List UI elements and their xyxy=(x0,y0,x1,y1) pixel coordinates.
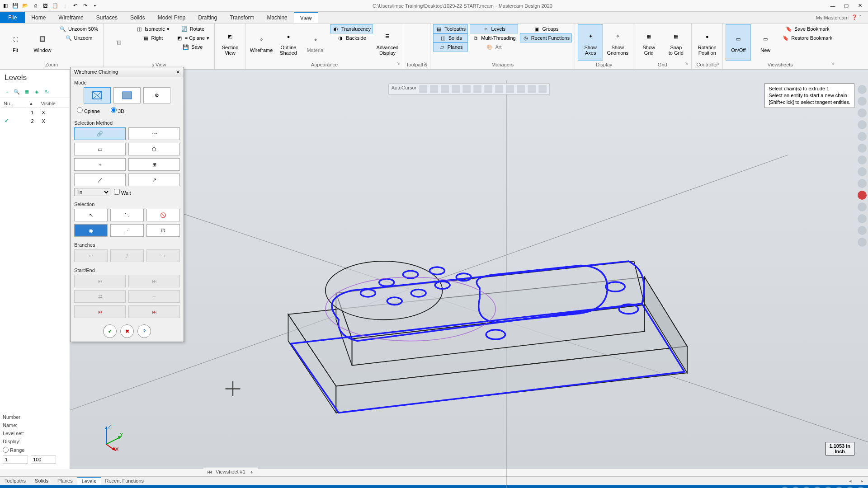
cplane-button[interactable]: ◩= Cplane ▾ xyxy=(174,33,212,42)
collapse-ribbon-icon[interactable]: ˄ xyxy=(859,14,862,20)
help-icon[interactable]: ❓ xyxy=(851,14,858,20)
planes-manager-toggle[interactable]: ▱Planes xyxy=(433,42,468,52)
rotation-position-button[interactable]: ●Rotation Position xyxy=(694,24,720,61)
close-icon[interactable]: ✕ xyxy=(176,69,180,75)
line-method-button[interactable]: ／ xyxy=(74,174,126,186)
partial-method-button[interactable]: 〰 xyxy=(128,127,180,140)
viewsheet-onoff-button[interactable]: ▭On/Off xyxy=(726,24,751,61)
unzoom-button[interactable]: 🔍Unzoom xyxy=(57,33,100,42)
close-button[interactable]: ✕ xyxy=(854,1,866,10)
unzoom50-button[interactable]: 🔍Unzoom 50% xyxy=(57,24,100,33)
window-zoom-button[interactable]: 🔲Window xyxy=(30,24,55,61)
levels-manager-toggle[interactable]: ≡Levels xyxy=(470,24,518,33)
gutter-icon[interactable] xyxy=(858,85,867,94)
options-button[interactable]: ⋰ xyxy=(110,224,144,237)
table-row[interactable]: ✔2X xyxy=(1,117,69,125)
save-icon[interactable]: 💾 xyxy=(12,2,19,9)
3d-radio[interactable]: 3D xyxy=(111,107,124,114)
btab-toolpaths[interactable]: Toolpaths xyxy=(0,477,30,484)
range-to-input[interactable] xyxy=(31,455,56,464)
show-grid-button[interactable]: ▦Show Grid xyxy=(636,24,661,61)
tab-machine[interactable]: Machine xyxy=(260,12,293,23)
tab-home[interactable]: Home xyxy=(25,12,52,23)
stack-icon[interactable]: ◈ xyxy=(33,88,41,96)
col-visible[interactable]: Visible xyxy=(38,99,69,108)
sync-button[interactable]: ◉ xyxy=(74,224,108,237)
add-level-icon[interactable]: ＋ xyxy=(3,88,11,96)
ok-button[interactable]: ✔ xyxy=(103,324,117,338)
multithreading-toggle[interactable]: ⧉Multi-Threading xyxy=(470,33,518,42)
qat-dropdown-icon[interactable]: ▾ xyxy=(91,2,99,9)
section-view-button[interactable]: ◩Section View xyxy=(217,24,243,61)
viewsheet-add-icon[interactable]: ＋ xyxy=(249,469,254,475)
redo-icon[interactable]: ↷ xyxy=(81,2,89,9)
isometric-button[interactable]: ◫Isometric ▾ xyxy=(133,24,172,33)
col-num[interactable]: Nu… xyxy=(1,99,26,108)
viewport[interactable]: AutoCursor Select chain(s) to extrude 1 … xyxy=(70,70,868,469)
screenshot-icon[interactable]: 🖼 xyxy=(42,2,49,9)
range-radio[interactable] xyxy=(3,447,9,453)
chain-method-button[interactable]: 🔗 xyxy=(74,127,126,140)
tab-surfaces[interactable]: Surfaces xyxy=(90,12,124,23)
toolpaths-manager-toggle[interactable]: ▤Toolpaths xyxy=(433,24,468,33)
solids-manager-toggle[interactable]: ◫Solids xyxy=(433,33,468,42)
mode-settings-button[interactable]: ⚙ xyxy=(143,87,170,103)
unselect-button[interactable]: 🚫 xyxy=(146,209,180,221)
translucency-toggle[interactable]: ◐Translucency xyxy=(330,24,373,33)
single-boxplus-button[interactable]: ⊞ xyxy=(128,158,180,171)
tab-solids[interactable]: Solids xyxy=(124,12,151,23)
pick-button[interactable]: ↖ xyxy=(74,209,108,221)
undo-icon[interactable]: ↶ xyxy=(71,2,79,9)
tab-wireframe[interactable]: Wireframe xyxy=(52,12,90,23)
range-from-input[interactable] xyxy=(3,455,28,464)
help-button[interactable]: ? xyxy=(137,324,151,338)
appearance-launcher[interactable]: ↘ xyxy=(396,61,400,66)
show-axes-button[interactable]: ✦Show Axes xyxy=(578,24,603,61)
save-bookmark-button[interactable]: 🔖Save Bookmark xyxy=(780,24,835,33)
material-button[interactable]: ●Material xyxy=(303,24,328,61)
cplane-radio[interactable]: Cplane xyxy=(77,107,100,114)
right-view-button[interactable]: ▦Right xyxy=(133,33,172,42)
tab-view[interactable]: View xyxy=(294,12,318,23)
viewsheet-tab[interactable]: Viewsheet #1 xyxy=(216,469,245,474)
single-plus-button[interactable]: ＋ xyxy=(74,158,126,171)
save-view-button[interactable]: 💾Save xyxy=(174,42,212,52)
mode-wireframe-button[interactable] xyxy=(84,87,111,103)
mode-solid-button[interactable] xyxy=(113,87,141,103)
rotate-button[interactable]: 🔄Rotate xyxy=(174,24,212,33)
tab-transform[interactable]: Transform xyxy=(223,12,260,23)
restore-bookmark-button[interactable]: 🔖Restore Bookmark xyxy=(780,33,835,42)
table-row[interactable]: 1X xyxy=(1,109,69,116)
isometric-dropdown[interactable]: ◫ xyxy=(106,24,132,61)
print-icon[interactable]: 🖨 xyxy=(32,2,39,9)
advanced-display-button[interactable]: ☰Advanced Display xyxy=(375,24,400,61)
btab-solids[interactable]: Solids xyxy=(30,477,53,484)
show-gnomons-button[interactable]: ✧Show Gnomons xyxy=(605,24,630,61)
recent-functions-toggle[interactable]: ◷Recent Functions xyxy=(520,33,572,42)
outline-shaded-button[interactable]: ●Outline Shaded xyxy=(276,24,301,61)
wireframe-button[interactable]: ○Wireframe xyxy=(249,24,274,61)
wait-checkbox[interactable]: Wait xyxy=(114,189,131,196)
tab-modelprep[interactable]: Model Prep xyxy=(151,12,192,23)
fit-button[interactable]: ⛶Fit xyxy=(3,24,28,61)
art-manager-toggle[interactable]: 🎨Art xyxy=(470,42,518,52)
cancel-button[interactable]: ✖ xyxy=(120,324,134,338)
snap-grid-button[interactable]: ▦Snap to Grid xyxy=(663,24,689,61)
tab-drafting[interactable]: Drafting xyxy=(192,12,223,23)
null-button[interactable]: ∅ xyxy=(146,224,180,237)
layers-icon[interactable]: ≣ xyxy=(23,88,31,96)
viewport-model[interactable] xyxy=(70,80,868,488)
viewsheet-first-icon[interactable]: ⏮ xyxy=(207,469,212,474)
viewsheet-new-button[interactable]: ▭New xyxy=(753,24,778,61)
search-icon[interactable]: 🔍 xyxy=(13,88,21,96)
window-method-button[interactable]: ▭ xyxy=(74,143,126,155)
in-select[interactable]: In xyxy=(74,188,110,196)
open-icon[interactable]: 📂 xyxy=(22,2,29,9)
polygon-method-button[interactable]: ⬠ xyxy=(128,143,180,155)
minimize-button[interactable]: — xyxy=(826,1,839,10)
refresh-icon[interactable]: ↻ xyxy=(42,88,51,96)
tab-file[interactable]: File xyxy=(0,12,25,23)
paste-icon[interactable]: 📋 xyxy=(52,2,59,9)
groups-button[interactable]: ▣Groups xyxy=(520,24,572,33)
backside-toggle[interactable]: ◑Backside xyxy=(330,33,373,42)
